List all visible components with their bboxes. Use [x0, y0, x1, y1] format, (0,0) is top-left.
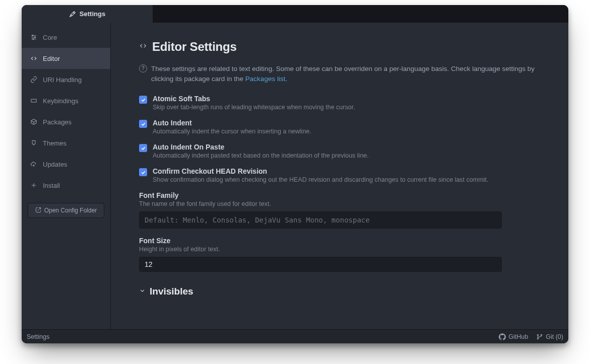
question-icon: ? [139, 64, 147, 72]
sidebar-item-uri-handling[interactable]: URI Handling [22, 69, 110, 90]
package-icon [30, 118, 38, 126]
sidebar-item-label: Keybindings [43, 97, 79, 105]
svg-point-4 [34, 37, 35, 38]
code-icon [139, 42, 147, 52]
intro-text: These settings are related to text editi… [151, 65, 535, 83]
status-bar: Settings GitHub Git (0) [22, 329, 568, 343]
sidebar-item-label: Install [43, 182, 60, 189]
sliders-icon [30, 33, 38, 41]
confirm-checkout-head-checkbox[interactable] [139, 168, 147, 176]
settings-sidebar: Core Editor URI Handling Keybindings [22, 23, 110, 329]
git-branch-icon [536, 333, 543, 340]
packages-list-link[interactable]: Packages list [245, 75, 286, 83]
paintcan-icon [30, 139, 38, 147]
setting-desc: Automatically indent pasted text based o… [153, 152, 369, 159]
cloud-download-icon [30, 160, 38, 168]
status-git[interactable]: Git (0) [536, 333, 563, 340]
status-github[interactable]: GitHub [499, 333, 528, 340]
page-title: Editor Settings [139, 40, 540, 54]
setting-atomic-soft-tabs: Atomic Soft Tabs Skip over tab-length ru… [139, 95, 540, 111]
status-left: Settings [27, 333, 49, 340]
open-config-folder-button[interactable]: Open Config Folder [28, 203, 104, 218]
sidebar-item-label: URI Handling [43, 76, 82, 84]
page-intro: ? These settings are related to text edi… [139, 64, 540, 84]
sidebar-item-label: Core [43, 34, 57, 41]
sidebar-item-label: Editor [43, 55, 60, 62]
external-link-icon [35, 207, 41, 214]
sidebar-item-install[interactable]: Install [22, 175, 110, 196]
setting-font-family: Font Family The name of the font family … [139, 191, 540, 229]
setting-desc: Automatically indent the cursor when ins… [153, 128, 311, 135]
setting-desc: Show confirmation dialog when checking o… [153, 176, 488, 183]
link-icon [30, 76, 38, 84]
font-size-input[interactable] [139, 257, 502, 272]
setting-desc: The name of the font family used for edi… [139, 200, 540, 207]
setting-auto-indent: Auto Indent Automatically indent the cur… [139, 119, 540, 135]
section-invisibles-header[interactable]: Invisibles [139, 286, 540, 297]
sidebar-item-label: Updates [43, 161, 67, 168]
sidebar-item-editor[interactable]: Editor [22, 48, 110, 69]
settings-main-panel: Editor Settings ? These settings are rel… [110, 23, 568, 329]
tab-settings[interactable]: Settings [22, 5, 153, 23]
sidebar-item-keybindings[interactable]: Keybindings [22, 90, 110, 111]
settings-window: Settings Core Editor URI Han [22, 5, 568, 343]
tab-bar: Settings [22, 5, 568, 23]
setting-label: Font Family [139, 191, 540, 199]
auto-indent-on-paste-checkbox[interactable] [139, 144, 147, 152]
page-title-text: Editor Settings [152, 40, 237, 54]
svg-point-13 [538, 334, 539, 335]
sidebar-item-packages[interactable]: Packages [22, 111, 110, 132]
svg-point-3 [32, 35, 33, 36]
section-invisibles-title: Invisibles [150, 286, 193, 297]
chevron-down-icon [139, 287, 146, 296]
keyboard-icon [30, 97, 38, 105]
setting-label: Auto Indent [153, 119, 311, 127]
sidebar-item-label: Packages [43, 118, 72, 126]
sidebar-item-updates[interactable]: Updates [22, 154, 110, 175]
setting-label: Auto Indent On Paste [153, 143, 369, 151]
atomic-soft-tabs-checkbox[interactable] [139, 96, 147, 104]
svg-point-14 [538, 338, 539, 339]
setting-label: Font Size [139, 237, 540, 245]
font-family-input[interactable] [139, 211, 502, 229]
setting-desc: Height in pixels of editor text. [139, 246, 540, 253]
code-icon [30, 54, 38, 62]
sidebar-item-themes[interactable]: Themes [22, 132, 110, 154]
svg-point-15 [541, 334, 542, 335]
svg-point-5 [33, 38, 34, 39]
auto-indent-checkbox[interactable] [139, 120, 147, 128]
github-icon [499, 333, 506, 340]
plus-icon [30, 181, 38, 189]
setting-desc: Skip over tab-length runs of leading whi… [153, 104, 355, 111]
open-config-label: Open Config Folder [44, 207, 97, 214]
setting-label: Atomic Soft Tabs [153, 95, 355, 103]
svg-rect-6 [31, 99, 37, 102]
status-git-label: Git (0) [546, 333, 563, 340]
setting-confirm-checkout-head: Confirm Checkout HEAD Revision Show conf… [139, 167, 540, 183]
intro-suffix: . [285, 75, 287, 83]
sidebar-item-label: Themes [43, 139, 67, 147]
sidebar-item-core[interactable]: Core [22, 27, 110, 48]
status-github-label: GitHub [508, 333, 528, 340]
tools-icon [69, 11, 76, 18]
setting-auto-indent-on-paste: Auto Indent On Paste Automatically inden… [139, 143, 540, 159]
setting-font-size: Font Size Height in pixels of editor tex… [139, 237, 540, 272]
setting-label: Confirm Checkout HEAD Revision [153, 167, 488, 175]
tab-settings-label: Settings [80, 10, 105, 18]
